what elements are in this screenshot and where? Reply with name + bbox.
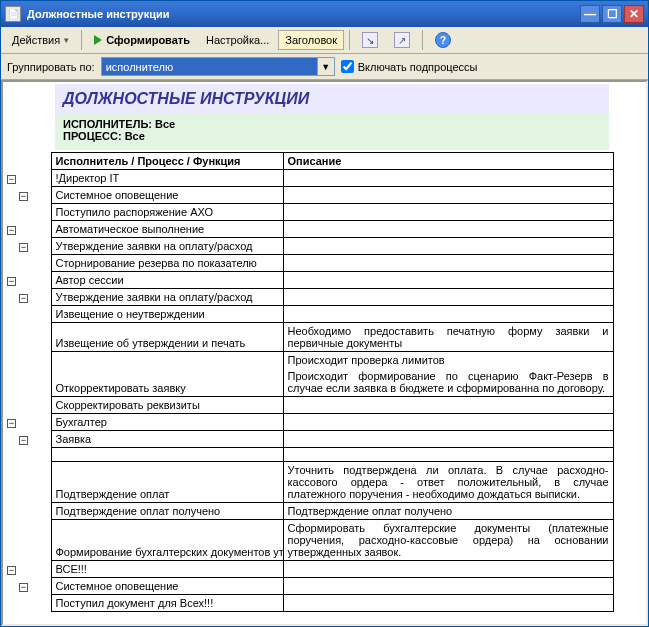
maximize-button[interactable]: ☐: [602, 5, 622, 23]
help-icon: ?: [435, 32, 451, 48]
table-cell: Подтверждение оплат получено: [283, 503, 613, 520]
report-area: ДОЛЖНОСТНЫЕ ИНСТРУКЦИИ ИСПОЛНИТЕЛЬ: Все …: [1, 80, 648, 626]
tree-toggle[interactable]: −: [19, 436, 28, 445]
table-row: Заявка: [51, 431, 283, 448]
tree-toggle[interactable]: −: [19, 243, 28, 252]
table-row: Сторнирование резерва по показателю: [51, 255, 283, 272]
table-row: Системное оповещение: [51, 578, 283, 595]
group-by-combo[interactable]: ▼: [101, 57, 335, 76]
table-cell: Происходит проверка лимитов: [283, 352, 613, 369]
tree-toggle[interactable]: −: [7, 226, 16, 235]
toolbar: Действия Сформировать Настройка... Загол…: [1, 27, 648, 54]
form-button[interactable]: Сформировать: [87, 30, 197, 50]
include-subprocesses-label: Включать подпроцессы: [358, 61, 478, 73]
minimize-button[interactable]: —: [580, 5, 600, 23]
table-row: Скорректировать реквизиты: [51, 397, 283, 414]
table-row: Бухгалтер: [51, 414, 283, 431]
col-performer: Исполнитель / Процесс / Функция: [51, 153, 283, 170]
export-icon: ↗: [394, 32, 410, 48]
table-row: Подтверждение оплат: [51, 462, 283, 503]
filter-bar: Группировать по: ▼ Включать подпроцессы: [1, 54, 648, 80]
table-row: Извещение о неутверждении: [51, 306, 283, 323]
report-header: ДОЛЖНОСТНЫЕ ИНСТРУКЦИИ: [55, 84, 609, 114]
report-table: ДОЛЖНОСТНЫЕ ИНСТРУКЦИИ ИСПОЛНИТЕЛЬ: Все …: [3, 82, 614, 612]
table-row: Формирование бухгалтерских документов ут…: [51, 520, 283, 561]
group-by-input[interactable]: [102, 58, 317, 75]
tree-toggle[interactable]: −: [7, 419, 16, 428]
header-button[interactable]: Заголовок: [278, 30, 344, 50]
window-title: Должностные инструкции: [27, 8, 580, 20]
tool-icon-1[interactable]: ↘: [355, 28, 385, 52]
import-icon: ↘: [362, 32, 378, 48]
table-cell: Происходит формирование по сценарию Факт…: [283, 368, 613, 397]
group-by-label: Группировать по:: [7, 61, 95, 73]
help-button[interactable]: ?: [428, 28, 458, 52]
table-cell: Необходимо предоставить печатную форму з…: [283, 323, 613, 352]
tree-toggle[interactable]: −: [19, 192, 28, 201]
close-button[interactable]: ✕: [624, 5, 644, 23]
tree-toggle[interactable]: −: [7, 566, 16, 575]
tree-toggle[interactable]: −: [7, 277, 16, 286]
tree-toggle[interactable]: −: [19, 583, 28, 592]
table-row: Подтверждение оплат получено: [51, 503, 283, 520]
tool-icon-2[interactable]: ↗: [387, 28, 417, 52]
combo-dropdown-button[interactable]: ▼: [317, 58, 334, 75]
table-row: Автор сессии: [51, 272, 283, 289]
tree-toggle[interactable]: −: [19, 294, 28, 303]
table-row: ВСЕ!!!: [51, 561, 283, 578]
table-row: Поступил документ для Всех!!!: [51, 595, 283, 612]
include-subprocesses-checkbox[interactable]: [341, 60, 354, 73]
titlebar: 📄 Должностные инструкции — ☐ ✕: [1, 1, 648, 27]
tree-toggle[interactable]: −: [7, 175, 16, 184]
table-row: Извещение об утверждении и печать: [51, 323, 283, 352]
table-row: Откорректировать заявку: [51, 368, 283, 397]
form-label: Сформировать: [106, 34, 190, 46]
table-row: Автоматическое выполнение: [51, 221, 283, 238]
table-row: !Директор IT: [51, 170, 283, 187]
app-icon: 📄: [5, 6, 21, 22]
report-scroll[interactable]: ДОЛЖНОСТНЫЕ ИНСТРУКЦИИ ИСПОЛНИТЕЛЬ: Все …: [3, 82, 646, 624]
actions-menu[interactable]: Действия: [5, 30, 76, 50]
col-description: Описание: [283, 153, 613, 170]
table-row: Поступило распоряжение АХО: [51, 204, 283, 221]
table-cell: Уточнить подтверждена ли оплата. В случа…: [283, 462, 613, 503]
table-cell: Сформировать бухгалтерские документы (пл…: [283, 520, 613, 561]
table-row: Системное оповещение: [51, 187, 283, 204]
settings-button[interactable]: Настройка...: [199, 30, 276, 50]
report-filters: ИСПОЛНИТЕЛЬ: Все ПРОЦЕСС: Все: [55, 114, 609, 150]
table-row: Утверждение заявки на оплату/расход: [51, 289, 283, 306]
table-row: Утверждение заявки на оплату/расход: [51, 238, 283, 255]
report-title: ДОЛЖНОСТНЫЕ ИНСТРУКЦИИ: [63, 90, 601, 108]
play-icon: [94, 35, 102, 45]
